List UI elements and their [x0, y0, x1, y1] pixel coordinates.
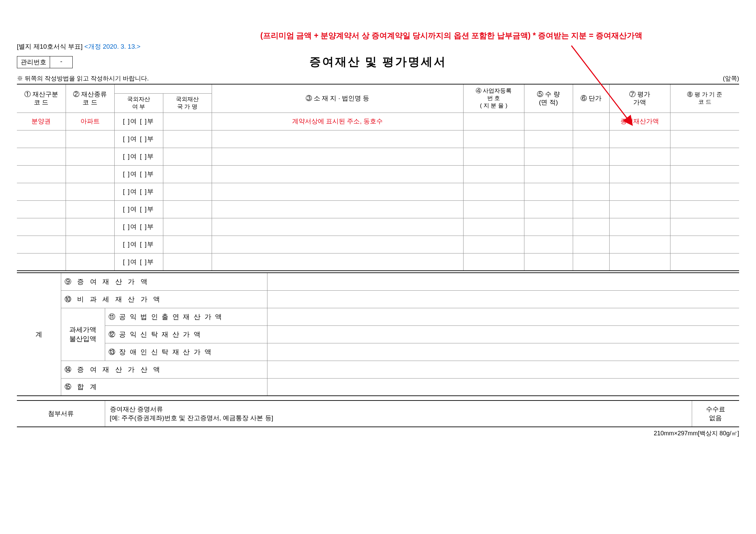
calc-r15: ⑮ 합 계 [61, 378, 267, 396]
cell-c6 [573, 113, 609, 130]
yb-cell: [ ]여 [ ]부 [114, 200, 163, 218]
table-row: [ ]여 [ ]부 [17, 200, 739, 218]
calc-v13 [267, 343, 739, 361]
calc-v10 [267, 290, 739, 308]
mgmt-label: 관리번호 [17, 56, 50, 68]
paper-spec: 210mm×297mm[백상지 80g/㎡] [17, 429, 739, 437]
header-2: ② 재산종류 코 드 [66, 84, 114, 113]
header-2a: 국외자산 여 부 [114, 93, 163, 113]
cell-c2: 아파트 [66, 113, 114, 130]
attach-fee: 수수료 없음 [692, 401, 739, 427]
mgmt-value: - [50, 56, 72, 68]
cell-c2a: [ ]여 [ ]부 [114, 113, 163, 130]
calc-v12 [267, 325, 739, 343]
document-title: 증여재산 및 평가명세서 [309, 54, 447, 70]
instruction-text: ※ 뒤쪽의 작성방법을 읽고 작성하시기 바랍니다. [17, 74, 149, 82]
calc-r14: ⑭ 증 여 재 산 가 산 액 [61, 361, 267, 378]
header-8: ⑧ 평 가 기 준 코 드 [670, 84, 739, 113]
header-4: ④ 사업자등록 번 호 ( 지 분 율 ) [463, 84, 524, 113]
yb-cell: [ ]여 [ ]부 [114, 183, 163, 200]
cell-c8 [670, 113, 739, 130]
management-number-box: 관리번호 - [17, 56, 73, 68]
attach-line2: [예: 주주(증권계좌)번호 및 잔고증명서, 예금통장 사본 등] [110, 414, 273, 421]
yb-cell: [ ]여 [ ]부 [114, 253, 163, 271]
header-6: ⑥ 단가 [573, 84, 609, 113]
attachment-table: 첨부서류 증여재산 증명서류 [예: 주주(증권계좌)번호 및 잔고증명서, 예… [17, 400, 739, 427]
header-7: ⑦ 평가 가액 [609, 84, 670, 113]
attach-label: 첨부서류 [17, 401, 105, 427]
yb-cell: [ ]여 [ ]부 [114, 130, 163, 148]
table-row: 분양권 아파트 [ ]여 [ ]부 계약서상에 표시된 주소, 동호수 증여재산… [17, 113, 739, 130]
calc-v14 [267, 361, 739, 378]
cell-c7: 증여재산가액 [609, 113, 670, 130]
calc-v9 [267, 273, 739, 290]
calc-sublabel: 과세가액 불산입액 [61, 308, 105, 361]
attach-content: 증여재산 증명서류 [예: 주주(증권계좌)번호 및 잔고증명서, 예금통장 사… [105, 401, 692, 427]
yb-cell: [ ]여 [ ]부 [114, 165, 163, 183]
table-row: [ ]여 [ ]부 [17, 165, 739, 183]
cell-c4 [463, 113, 524, 130]
cell-c2b [163, 113, 212, 130]
table-row: [ ]여 [ ]부 [17, 130, 739, 148]
table-row: [ ]여 [ ]부 [17, 183, 739, 200]
calc-v15 [267, 378, 739, 396]
yb-cell: [ ]여 [ ]부 [114, 148, 163, 165]
header-5: ⑤ 수 량 (면 적) [524, 84, 573, 113]
fee-value: 없음 [709, 414, 722, 421]
yb-cell: [ ]여 [ ]부 [114, 236, 163, 253]
table-row: [ ]여 [ ]부 [17, 218, 739, 236]
form-reference: [별지 제10호서식 부표] <개정 2020. 3. 13.> [17, 42, 739, 51]
yb-cell: [ ]여 [ ]부 [114, 218, 163, 236]
cell-c5 [524, 113, 573, 130]
calc-r13: ⑬ 장 애 인 신 탁 재 산 가 액 [105, 343, 267, 361]
cell-c1: 분양권 [17, 113, 66, 130]
main-table: ① 재산구분 코 드 ② 재산종류 코 드 ③ 소 재 지 · 법인명 등 ④ … [17, 84, 739, 271]
header-3: ③ 소 재 지 · 법인명 등 [212, 84, 463, 113]
calc-r10: ⑩ 비 과 세 재 산 가 액 [61, 290, 267, 308]
table-row: [ ]여 [ ]부 [17, 236, 739, 253]
calc-v11 [267, 308, 739, 325]
table-row: [ ]여 [ ]부 [17, 148, 739, 165]
calc-table: 계 ⑨ 증 여 재 산 가 액 ⑩ 비 과 세 재 산 가 액 과세가액 불산입… [17, 272, 739, 396]
annotation-text: (프리미엄 금액 + 분양계약서 상 증여계약일 당시까지의 옵션 포함한 납부… [260, 30, 736, 41]
table-row: [ ]여 [ ]부 [17, 253, 739, 271]
amendment-text: <개정 2020. 3. 13.> [85, 43, 141, 50]
calc-r12: ⑫ 공 익 신 탁 재 산 가 액 [105, 325, 267, 343]
header-1: ① 재산구분 코 드 [17, 84, 66, 113]
calc-r9: ⑨ 증 여 재 산 가 액 [61, 273, 267, 290]
calc-gye: 계 [17, 273, 61, 396]
calc-r11: ⑪ 공 익 법 인 출 연 재 산 가 액 [105, 308, 267, 325]
form-ref-text: [별지 제10호서식 부표] [17, 43, 82, 50]
attach-line1: 증여재산 증명서류 [110, 406, 163, 413]
page-marker: (앞쪽) [723, 74, 739, 82]
cell-c3: 계약서상에 표시된 주소, 동호수 [212, 113, 463, 130]
fee-label: 수수료 [706, 406, 725, 413]
header-2b: 국외재산 국 가 명 [163, 93, 212, 113]
